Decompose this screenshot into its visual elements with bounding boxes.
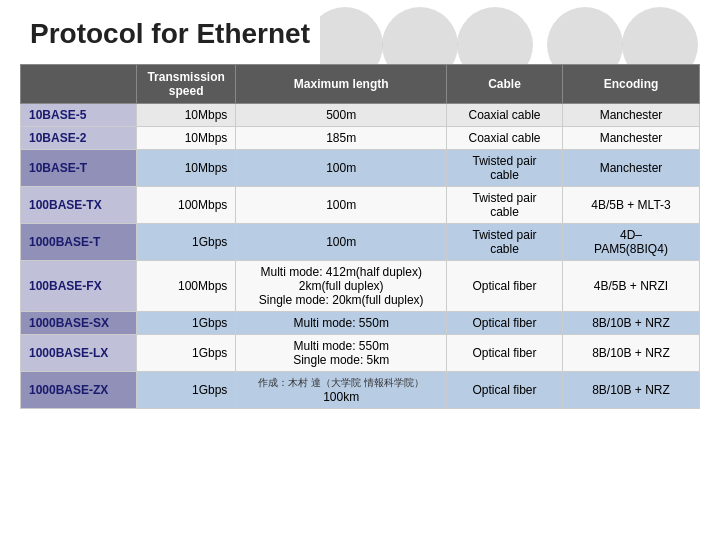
row-speed: 1Gbps [136, 312, 235, 335]
row-cable: Optical fiber [447, 372, 563, 409]
row-speed: 10Mbps [136, 104, 235, 127]
col-header-cable: Cable [447, 65, 563, 104]
row-cable: Coaxial cable [447, 104, 563, 127]
col-header-length: Maximum length [236, 65, 447, 104]
row-speed: 10Mbps [136, 127, 235, 150]
row-cable: Optical fiber [447, 335, 563, 372]
row-speed: 1Gbps [136, 335, 235, 372]
row-length: Multi mode: 412m(half duplex) 2km(full d… [236, 261, 447, 312]
row-cable: Optical fiber [447, 312, 563, 335]
row-cable: Twisted paircable [447, 187, 563, 224]
row-encoding: Manchester [562, 104, 699, 127]
row-encoding: 8B/10B + NRZ [562, 372, 699, 409]
row-label: 10BASE-T [21, 150, 137, 187]
row-encoding: Manchester [562, 150, 699, 187]
row-length: Multi mode: 550m [236, 312, 447, 335]
row-speed: 1Gbps [136, 224, 235, 261]
table-row: 10BASE-T 10Mbps 100m Twisted paircable M… [21, 150, 700, 187]
col-header-speed: Transmission speed [136, 65, 235, 104]
table-row: 1000BASE-LX 1Gbps Multi mode: 550m Singl… [21, 335, 700, 372]
row-label: 1000BASE-LX [21, 335, 137, 372]
table-row: 10BASE-5 10Mbps 500m Coaxial cable Manch… [21, 104, 700, 127]
table-row: 100BASE-FX 100Mbps Multi mode: 412m(half… [21, 261, 700, 312]
row-length: 500m [236, 104, 447, 127]
row-speed: 100Mbps [136, 261, 235, 312]
row-label: 10BASE-5 [21, 104, 137, 127]
row-note: 作成：木村 達（大学院 情報科学院） [244, 376, 438, 390]
col-header-empty [21, 65, 137, 104]
length-single: Single mode: 5km [244, 353, 438, 367]
row-encoding: 8B/10B + NRZ [562, 335, 699, 372]
table-row: 1000BASE-T 1Gbps 100m Twisted paircable … [21, 224, 700, 261]
row-encoding: 8B/10B + NRZ [562, 312, 699, 335]
table-row: 100BASE-TX 100Mbps 100m Twisted paircabl… [21, 187, 700, 224]
row-cable: Optical fiber [447, 261, 563, 312]
row-label: 1000BASE-ZX [21, 372, 137, 409]
row-length: Multi mode: 550m Single mode: 5km [236, 335, 447, 372]
row-label: 10BASE-2 [21, 127, 137, 150]
row-encoding: 4B/5B + MLT-3 [562, 187, 699, 224]
row-encoding: Manchester [562, 127, 699, 150]
row-speed: 100Mbps [136, 187, 235, 224]
ethernet-table: Transmission speed Maximum length Cable … [20, 64, 700, 409]
table-row: 10BASE-2 10Mbps 185m Coaxial cable Manch… [21, 127, 700, 150]
row-label: 100BASE-TX [21, 187, 137, 224]
row-length: 100m [236, 224, 447, 261]
table-row: 1000BASE-SX 1Gbps Multi mode: 550m Optic… [21, 312, 700, 335]
row-length: 作成：木村 達（大学院 情報科学院） 100km [236, 372, 447, 409]
length-multi: Multi mode: 550m [244, 339, 438, 353]
row-speed: 10Mbps [136, 150, 235, 187]
row-length: 185m [236, 127, 447, 150]
table-row: 1000BASE-ZX 1Gbps 作成：木村 達（大学院 情報科学院） 100… [21, 372, 700, 409]
row-label: 100BASE-FX [21, 261, 137, 312]
row-cable: Twisted paircable [447, 224, 563, 261]
row-label: 1000BASE-T [21, 224, 137, 261]
page-title: Protocol for Ethernet [30, 18, 690, 50]
length-multi: Multi mode: 412m(half duplex) [244, 265, 438, 279]
row-length-val: 100km [244, 390, 438, 404]
row-length: 100m [236, 187, 447, 224]
row-length: 100m [236, 150, 447, 187]
length-full: 2km(full duplex) [244, 279, 438, 293]
length-single: Single mode: 20km(full duplex) [244, 293, 438, 307]
table-header-row: Transmission speed Maximum length Cable … [21, 65, 700, 104]
row-cable: Twisted paircable [447, 150, 563, 187]
row-label: 1000BASE-SX [21, 312, 137, 335]
row-speed: 1Gbps [136, 372, 235, 409]
row-cable: Coaxial cable [447, 127, 563, 150]
data-table-container: Transmission speed Maximum length Cable … [0, 64, 720, 409]
row-encoding: 4D–PAM5(8BIQ4) [562, 224, 699, 261]
col-header-encoding: Encoding [562, 65, 699, 104]
row-encoding: 4B/5B + NRZI [562, 261, 699, 312]
